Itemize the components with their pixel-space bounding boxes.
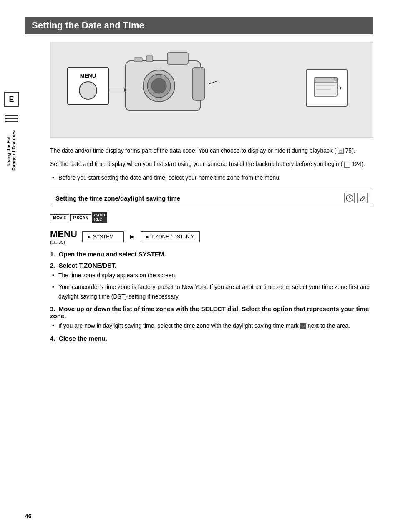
step-1-text: Open the menu and select SYSTEM. (59, 251, 166, 258)
card-illustration (306, 69, 348, 107)
svg-line-8 (209, 80, 217, 84)
e-box: E (4, 92, 19, 107)
intro-para-2: Set the date and time display when you f… (50, 159, 373, 168)
page-number: 46 (25, 513, 32, 519)
step-3-number: 3. (50, 305, 55, 312)
subsection-box: Setting the time zone/daylight saving ti… (50, 190, 373, 206)
pencil-icon (357, 193, 368, 203)
left-sidebar: E Using the Full Range of Features (0, 83, 23, 459)
step-3: 3. Move up or down the list of time zone… (50, 305, 373, 330)
page-wrapper: Setting the Date and Time E Using the Fu… (0, 0, 398, 532)
step-2-bullet-2: Your camcorder's time zone is factory-pr… (50, 282, 373, 301)
menu-button-circle (79, 81, 97, 100)
menu-screen-2: ► T.ZONE / DST··N.Y. (141, 231, 200, 242)
clock-icon (344, 193, 355, 203)
bullet-para-1: Before you start setting the date and ti… (50, 173, 373, 182)
step-3-header: 3. Move up or down the list of time zone… (50, 305, 373, 319)
subsection-title: Setting the time zone/daylight saving ti… (55, 195, 180, 202)
subsection-icons (344, 193, 368, 203)
step-2-header: 2. Select T.ZONE/DST. (50, 262, 373, 269)
sidebar-line-2 (5, 118, 18, 119)
step-2: 2. Select T.ZONE/DST. The time zone disp… (50, 262, 373, 301)
card-svg (312, 73, 341, 103)
menu-button-illustration: MENU (67, 67, 109, 105)
menu-display-label: MENU (50, 229, 77, 240)
top-image-area: MENU (50, 42, 373, 138)
step-2-number: 2. (50, 262, 55, 269)
menu-button-label: MENU (80, 73, 96, 79)
step-4: 4. Close the menu. (50, 335, 373, 342)
svg-rect-6 (134, 58, 142, 62)
svg-rect-20 (357, 193, 367, 203)
menu-ref: (□□ 35) (50, 240, 65, 245)
main-content: MENU (50, 42, 373, 342)
step-1: 1. Open the menu and select SYSTEM. (50, 251, 373, 258)
pscan-btn: P.SCAN (70, 214, 91, 221)
ref-icon-2: □ (344, 162, 350, 168)
svg-rect-4 (167, 53, 188, 64)
dst-icon: D (300, 323, 306, 329)
camera-svg-container (109, 44, 217, 125)
section-title-bar: Setting the Date and Time (25, 17, 373, 34)
step-4-header: 4. Close the menu. (50, 335, 373, 342)
section-title: Setting the Date and Time (32, 20, 144, 30)
svg-rect-7 (146, 56, 153, 62)
sidebar-lines (5, 115, 18, 122)
step-3-bullet-1: If you are now in daylight saving time, … (50, 321, 373, 330)
step-1-header: 1. Open the menu and select SYSTEM. (50, 251, 373, 258)
card-rec-btn: CARD REC (92, 212, 107, 223)
svg-point-3 (151, 78, 166, 93)
step-2-text: Select T.ZONE/DST. (59, 262, 116, 269)
step-2-bullet-1: The time zone display appears on the scr… (50, 271, 373, 280)
mode-buttons-row: MOVIE P.SCAN CARD REC (50, 212, 373, 223)
step-1-number: 1. (50, 251, 55, 258)
sidebar-line-1 (5, 115, 18, 116)
camera-svg (109, 44, 217, 123)
intro-para-1: The date and/or time display forms part … (50, 146, 373, 155)
menu-screen-1: ► SYSTEM (82, 231, 124, 242)
sidebar-line-3 (5, 121, 18, 122)
ref-icon-1: □ (338, 148, 344, 154)
step-4-text: Close the menu. (59, 335, 107, 342)
menu-display-row: MENU (□□ 35) ► SYSTEM ► ► T.ZONE / DST··… (50, 229, 373, 245)
movie-btn: MOVIE (50, 214, 69, 221)
step-4-number: 4. (50, 335, 55, 342)
menu-display-box: MENU (□□ 35) (50, 229, 77, 245)
step-3-text: Move up or down the list of time zones w… (50, 305, 369, 319)
arrow-right-icon: ► (129, 233, 136, 241)
sidebar-rotated-text: Using the Full Range of Features (6, 130, 17, 171)
svg-rect-5 (192, 67, 205, 100)
